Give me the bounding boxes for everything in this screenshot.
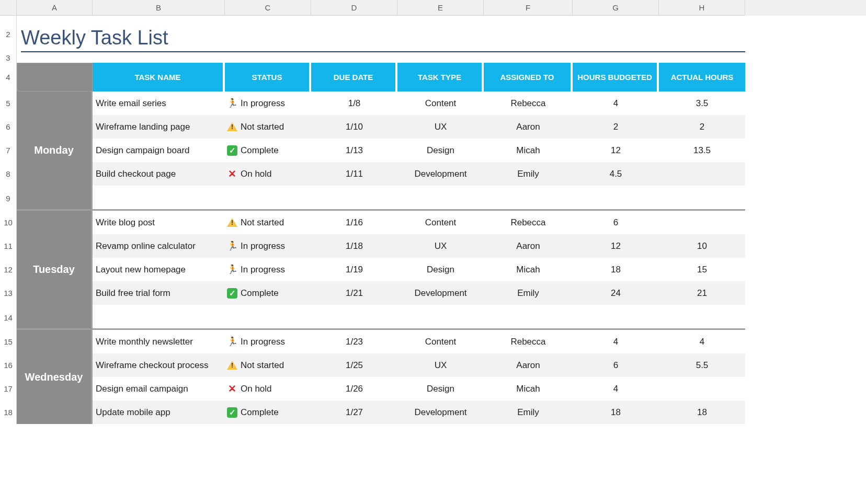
cell-status[interactable]: In progress [225, 91, 311, 115]
cell-status[interactable]: On hold [225, 377, 311, 400]
cell-status[interactable]: In progress [225, 258, 311, 281]
cell-status[interactable]: Complete [225, 281, 311, 305]
row-number-14[interactable]: 14 [0, 305, 17, 330]
cell-due-date[interactable]: 1/25 [311, 353, 397, 377]
cell-actual-hours[interactable] [659, 377, 745, 400]
table-row[interactable]: Build checkout pageOn hold1/11Developmen… [93, 162, 745, 186]
cell-due-date[interactable]: 1/8 [311, 91, 397, 115]
column-header-B[interactable]: B [93, 0, 225, 16]
cell-hours-budgeted[interactable]: 12 [573, 139, 659, 162]
column-header-E[interactable]: E [397, 0, 484, 16]
row-number-3[interactable]: 3 [0, 52, 17, 63]
table-row[interactable]: Build free trial formComplete1/21Develop… [93, 281, 745, 305]
table-row[interactable]: Write email seriesIn progress1/8ContentR… [93, 91, 745, 115]
cell-actual-hours[interactable]: 2 [659, 115, 745, 139]
cell-actual-hours[interactable]: 4 [659, 330, 745, 353]
row-number-15[interactable]: 15 [0, 330, 17, 353]
cell-due-date[interactable]: 1/27 [311, 400, 397, 424]
cell-assigned-to[interactable]: Rebecca [484, 91, 573, 115]
cell-assigned-to[interactable]: Micah [484, 139, 573, 162]
row-number-18[interactable]: 18 [0, 400, 17, 424]
table-row[interactable]: Revamp online calculatorIn progress1/18U… [93, 234, 745, 258]
cell-status[interactable] [225, 305, 311, 328]
cell-assigned-to[interactable]: Aaron [484, 353, 573, 377]
table-row[interactable]: Layout new homepageIn progress1/19Design… [93, 258, 745, 281]
table-row[interactable]: Design campaign boardComplete1/13DesignM… [93, 139, 745, 162]
cell-task-type[interactable]: UX [397, 115, 484, 139]
cell-task-type[interactable]: UX [397, 353, 484, 377]
cell-hours-budgeted[interactable]: 2 [573, 115, 659, 139]
row-number-6[interactable]: 6 [0, 115, 17, 139]
cell-task-type[interactable]: Content [397, 91, 484, 115]
cell-task-type[interactable]: Content [397, 211, 484, 234]
column-header-A[interactable]: A [17, 0, 93, 16]
cell-hours-budgeted[interactable]: 4.5 [573, 162, 659, 186]
cell-due-date[interactable]: 1/16 [311, 211, 397, 234]
cell-task-name[interactable]: Layout new homepage [93, 258, 225, 281]
column-header-C[interactable]: C [225, 0, 311, 16]
cell-actual-hours[interactable]: 15 [659, 258, 745, 281]
cell-hours-budgeted[interactable]: 24 [573, 281, 659, 305]
row-number-5[interactable]: 5 [0, 91, 17, 115]
cell-assigned-to[interactable] [484, 186, 573, 209]
cell-task-type[interactable]: Development [397, 162, 484, 186]
cell-actual-hours[interactable]: 3.5 [659, 91, 745, 115]
table-row[interactable] [93, 305, 745, 328]
cell-hours-budgeted[interactable]: 6 [573, 211, 659, 234]
cell-actual-hours[interactable]: 13.5 [659, 139, 745, 162]
table-row[interactable]: Update mobile appComplete1/27Development… [93, 400, 745, 424]
cell-due-date[interactable]: 1/10 [311, 115, 397, 139]
table-row[interactable]: Wireframe landing pageNot started1/10UXA… [93, 115, 745, 139]
cell-task-type[interactable]: Development [397, 281, 484, 305]
cell-status[interactable]: Not started [225, 115, 311, 139]
cell-task-type[interactable] [397, 186, 484, 209]
table-row[interactable]: Write blog postNot started1/16ContentReb… [93, 211, 745, 234]
cell-task-name[interactable] [93, 186, 225, 209]
cell-due-date[interactable]: 1/11 [311, 162, 397, 186]
column-header-D[interactable]: D [311, 0, 397, 16]
column-header-F[interactable]: F [484, 0, 573, 16]
cell-task-name[interactable]: Write blog post [93, 211, 225, 234]
row-number-2[interactable]: 2 [0, 16, 17, 52]
row-number-17[interactable]: 17 [0, 377, 17, 400]
table-row[interactable]: Write monthly newsletterIn progress1/23C… [93, 330, 745, 353]
cell-assigned-to[interactable]: Micah [484, 377, 573, 400]
cell-due-date[interactable]: 1/18 [311, 234, 397, 258]
cell-task-name[interactable] [93, 305, 225, 328]
cell-assigned-to[interactable]: Rebecca [484, 211, 573, 234]
cell-hours-budgeted[interactable] [573, 186, 659, 209]
cell-task-type[interactable]: Design [397, 377, 484, 400]
cell-hours-budgeted[interactable]: 4 [573, 377, 659, 400]
cell-assigned-to[interactable]: Emily [484, 400, 573, 424]
table-row[interactable] [93, 186, 745, 209]
cell-task-name[interactable]: Wireframe landing page [93, 115, 225, 139]
column-header-H[interactable]: H [659, 0, 745, 16]
cell-due-date[interactable] [311, 186, 397, 209]
cell-due-date[interactable]: 1/21 [311, 281, 397, 305]
cell-task-type[interactable]: UX [397, 234, 484, 258]
cell-hours-budgeted[interactable] [573, 305, 659, 328]
cell-status[interactable]: Not started [225, 353, 311, 377]
cell-actual-hours[interactable] [659, 162, 745, 186]
cell-assigned-to[interactable]: Emily [484, 162, 573, 186]
cell-status[interactable]: On hold [225, 162, 311, 186]
cell-status[interactable] [225, 186, 311, 209]
cell-task-name[interactable]: Wireframe checkout process [93, 353, 225, 377]
cell-actual-hours[interactable]: 21 [659, 281, 745, 305]
cell-due-date[interactable]: 1/23 [311, 330, 397, 353]
row-number-10[interactable]: 10 [0, 211, 17, 234]
cell-hours-budgeted[interactable]: 18 [573, 400, 659, 424]
cell-assigned-to[interactable]: Aaron [484, 234, 573, 258]
cell-actual-hours[interactable]: 10 [659, 234, 745, 258]
cell-assigned-to[interactable]: Micah [484, 258, 573, 281]
cell-actual-hours[interactable] [659, 186, 745, 209]
table-row[interactable]: Wireframe checkout processNot started1/2… [93, 353, 745, 377]
cell-task-type[interactable]: Development [397, 400, 484, 424]
cell-assigned-to[interactable]: Aaron [484, 115, 573, 139]
cell-actual-hours[interactable] [659, 211, 745, 234]
cell-status[interactable]: Not started [225, 211, 311, 234]
cell-due-date[interactable]: 1/26 [311, 377, 397, 400]
cell-task-name[interactable]: Design email campaign [93, 377, 225, 400]
row-number-11[interactable]: 11 [0, 234, 17, 258]
row-number-7[interactable]: 7 [0, 139, 17, 162]
